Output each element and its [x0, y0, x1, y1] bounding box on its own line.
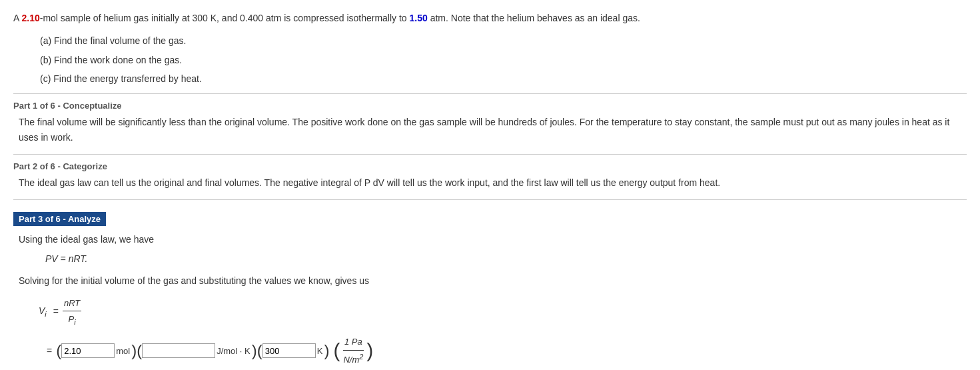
- close-paren-4: ): [366, 341, 373, 361]
- close-paren-3: ): [324, 343, 329, 359]
- part2-header: Part 2 of 6 - Categorize: [13, 161, 967, 171]
- vi-formula-line: Vi = nRT Pi: [39, 295, 967, 329]
- conversion-pa: 1 Pa N/m2: [342, 334, 364, 367]
- open-paren-2: (: [137, 343, 142, 359]
- part3-body: Using the ideal gas law, we have PV = nR…: [19, 231, 967, 370]
- intro-end: atm. Note that the helium behaves as an …: [430, 13, 640, 23]
- open-paren-3: (: [257, 343, 262, 359]
- part1-body: The final volume will be significantly l…: [19, 115, 967, 147]
- unit-k: K: [317, 343, 323, 359]
- part2-section: Part 2 of 6 - Categorize The ideal gas l…: [13, 161, 967, 191]
- vi-label: Vi: [39, 303, 47, 321]
- unit-mol: mol: [116, 343, 130, 359]
- divider-3: [13, 199, 967, 200]
- input-r[interactable]: [142, 343, 215, 358]
- problem-intro: A 2.10-mol sample of helium gas initiall…: [13, 11, 967, 25]
- divider-2: [13, 154, 967, 155]
- part1-header: Part 1 of 6 - Conceptualize: [13, 101, 967, 111]
- fraction-numerator: nRT: [63, 295, 81, 311]
- part2-body: The ideal gas law can tell us the origin…: [19, 175, 967, 191]
- intro-text-a: A: [13, 13, 21, 23]
- conv-bottom: N/m2: [342, 351, 364, 368]
- equals1: =: [47, 343, 52, 359]
- part-b: (b) Find the work done on the gas.: [40, 53, 967, 67]
- fraction-denominator: Pi: [67, 311, 77, 329]
- part1-section: Part 1 of 6 - Conceptualize The final vo…: [13, 101, 967, 147]
- vi-equals: =: [53, 303, 59, 320]
- open-paren-1: (: [56, 343, 61, 359]
- input-temp[interactable]: [262, 343, 316, 358]
- calculation-row1: = ( mol ) ( J/mol · K ) ( K ) ( 1 Pa N/m…: [47, 334, 967, 367]
- open-paren-4: (: [333, 341, 340, 361]
- close-paren-1: ): [131, 343, 137, 359]
- pv-formula: PV = nRT.: [45, 251, 967, 267]
- mol-value: 2.10: [21, 13, 39, 23]
- part-a: (a) Find the final volume of the gas.: [40, 33, 967, 48]
- input-mol[interactable]: [61, 343, 115, 358]
- unit-r: J/mol · K: [217, 343, 250, 359]
- part3-header: Part 3 of 6 - Analyze: [13, 212, 106, 226]
- intro-mid: -mol sample of helium gas initially at 3…: [40, 13, 407, 23]
- close-paren-2: ): [252, 343, 257, 359]
- part-c: (c) Find the energy transferred by heat.: [40, 71, 967, 86]
- pressure-value: 1.50: [410, 13, 428, 23]
- part3-intro: Using the ideal gas law, we have: [19, 231, 967, 248]
- conv-top: 1 Pa: [343, 334, 364, 350]
- vi-fraction: nRT Pi: [63, 295, 81, 329]
- part3-section: Part 3 of 6 - Analyze Using the ideal ga…: [13, 207, 967, 370]
- divider-1: [13, 93, 967, 94]
- solving-text: Solving for the initial volume of the ga…: [19, 273, 967, 289]
